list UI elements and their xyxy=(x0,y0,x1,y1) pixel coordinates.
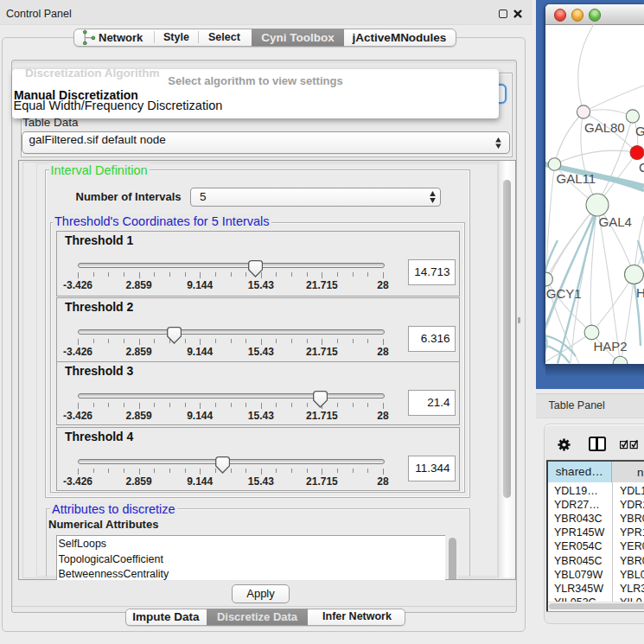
svg-text:GAL4: GAL4 xyxy=(599,214,632,229)
svg-text:GCY1: GCY1 xyxy=(546,286,582,301)
svg-text:H: H xyxy=(636,285,644,300)
svg-text:HAP2: HAP2 xyxy=(594,339,628,354)
svg-text:GA: GA xyxy=(635,124,644,138)
svg-text:C: C xyxy=(639,160,644,175)
svg-text:GAL11: GAL11 xyxy=(557,171,596,186)
svg-text:GAL80: GAL80 xyxy=(584,120,625,135)
